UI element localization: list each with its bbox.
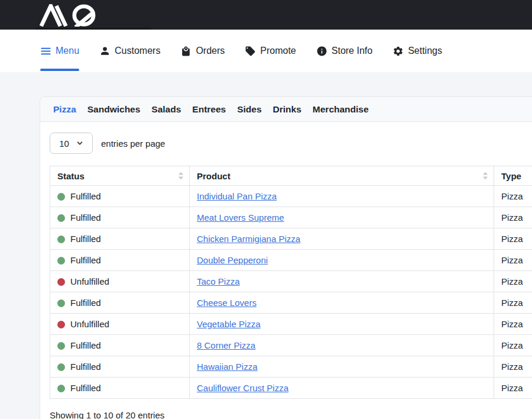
status-cell: Fulfilled — [50, 378, 190, 399]
status-label: Fulfilled — [70, 212, 101, 223]
type-cell: Pizza — [494, 314, 532, 335]
tab-pizza[interactable]: Pizza — [53, 104, 76, 115]
product-link[interactable]: Hawaiian Pizza — [197, 362, 258, 372]
product-link[interactable]: 8 Corner Pizza — [197, 340, 255, 350]
table-row: Fulfilled 8 Corner Pizza Pizza — [50, 335, 532, 356]
info-icon — [316, 46, 327, 57]
column-header-label: Status — [57, 171, 85, 181]
tab-entrees[interactable]: Entrees — [192, 104, 226, 115]
type-cell: Pizza — [494, 335, 532, 356]
nav-item-store-info[interactable]: Store Info — [316, 30, 372, 72]
tab-salads[interactable]: Salads — [151, 104, 181, 115]
status-label: Unfulfilled — [70, 276, 109, 286]
type-cell: Pizza — [494, 292, 532, 314]
type-text: Pizza — [501, 383, 523, 393]
status-cell: Fulfilled — [50, 356, 190, 378]
gear-icon — [392, 46, 404, 57]
product-link[interactable]: Cauliflower Crust Pizza — [197, 383, 288, 393]
column-header-type[interactable]: Type — [494, 166, 532, 186]
status-label: Fulfilled — [70, 255, 101, 265]
product-link[interactable]: Double Pepperoni — [197, 255, 268, 265]
nav-item-menu[interactable]: Menu — [40, 30, 79, 72]
shopping-bag-icon — [180, 46, 192, 57]
person-icon — [99, 46, 111, 57]
product-cell: Meat Lovers Supreme — [190, 207, 494, 228]
nav-item-customers[interactable]: Customers — [99, 30, 160, 72]
status-label: Fulfilled — [70, 362, 101, 372]
entries-per-page-row: 10 entries per page — [50, 133, 532, 154]
aiq-logo-icon — [38, 4, 105, 27]
tab-sides[interactable]: Sides — [237, 104, 261, 115]
card-body: 10 entries per page Status Product — [40, 122, 532, 419]
type-cell: Pizza — [494, 271, 532, 292]
column-header-label: Type — [501, 171, 521, 181]
type-cell: Pizza — [494, 250, 532, 271]
status-label: Fulfilled — [70, 234, 101, 244]
status-cell: Unfulfilled — [50, 271, 190, 292]
product-cell: Taco Pizza — [190, 271, 494, 292]
status-cell: Unfulfilled — [50, 314, 190, 335]
product-cell: Vegetable Pizza — [190, 314, 494, 335]
product-link[interactable]: Cheese Lovers — [197, 298, 257, 308]
type-text: Pizza — [501, 340, 523, 350]
status-cell: Fulfilled — [50, 207, 190, 228]
tab-merchandise[interactable]: Merchandise — [313, 104, 369, 115]
status-dot-icon — [57, 321, 65, 328]
product-cell: Individual Pan Pizza — [190, 186, 494, 207]
nav-item-promote[interactable]: Promote — [245, 30, 296, 72]
column-header-product[interactable]: Product — [190, 166, 494, 186]
table-row: Fulfilled Meat Lovers Supreme Pizza — [50, 207, 532, 228]
type-text: Pizza — [501, 298, 523, 308]
table-row: Fulfilled Individual Pan Pizza Pizza — [50, 186, 532, 207]
type-cell: Pizza — [494, 356, 532, 378]
status-dot-icon — [57, 385, 65, 392]
nav-item-orders[interactable]: Orders — [180, 30, 225, 72]
product-link[interactable]: Vegetable Pizza — [197, 319, 261, 329]
status-dot-icon — [57, 363, 65, 371]
nav-item-label: Promote — [260, 46, 296, 56]
product-cell: Chicken Parmigiana Pizza — [190, 228, 494, 250]
type-text: Pizza — [501, 319, 523, 329]
status-dot-icon — [57, 342, 65, 350]
product-link[interactable]: Meat Lovers Supreme — [197, 212, 284, 223]
status-cell: Fulfilled — [50, 228, 190, 250]
primary-nav: Menu Customers Orders Promote Store Info… — [0, 30, 532, 72]
chevron-down-icon — [76, 140, 83, 147]
status-label: Fulfilled — [70, 383, 101, 393]
tab-sandwiches[interactable]: Sandwiches — [87, 104, 141, 115]
column-header-label: Product — [197, 171, 231, 181]
type-cell: Pizza — [494, 228, 532, 250]
nav-item-settings[interactable]: Settings — [392, 30, 442, 72]
status-dot-icon — [57, 257, 65, 265]
tag-icon — [245, 46, 256, 57]
nav-item-label: Orders — [196, 46, 225, 56]
type-text: Pizza — [501, 362, 523, 372]
table-row: Fulfilled Cheese Lovers Pizza — [50, 292, 532, 314]
entries-per-page-value: 10 — [59, 138, 69, 149]
type-text: Pizza — [501, 191, 523, 201]
status-cell: Fulfilled — [50, 250, 190, 271]
top-app-bar — [0, 0, 532, 30]
column-header-status[interactable]: Status — [50, 166, 190, 186]
status-dot-icon — [57, 236, 65, 243]
entries-per-page-select[interactable]: 10 — [50, 133, 93, 154]
product-cell: Cauliflower Crust Pizza — [190, 378, 494, 399]
type-cell: Pizza — [494, 186, 532, 207]
product-cell: Double Pepperoni — [190, 250, 494, 271]
table-row: Fulfilled Double Pepperoni Pizza — [50, 250, 532, 271]
product-link[interactable]: Taco Pizza — [197, 276, 240, 286]
entries-per-page-label: entries per page — [101, 138, 165, 149]
status-cell: Fulfilled — [50, 292, 190, 314]
product-cell: Cheese Lovers — [190, 292, 494, 314]
menu-card: Pizza Sandwiches Salads Entrees Sides Dr… — [40, 96, 532, 419]
sort-icon[interactable] — [483, 172, 488, 180]
table-row: Fulfilled Chicken Parmigiana Pizza Pizza — [50, 228, 532, 250]
product-link[interactable]: Chicken Parmigiana Pizza — [197, 234, 300, 244]
product-link[interactable]: Individual Pan Pizza — [197, 191, 277, 201]
tab-drinks[interactable]: Drinks — [273, 104, 301, 115]
type-text: Pizza — [501, 255, 523, 265]
sort-icon[interactable] — [179, 172, 183, 180]
table-row: Unfulfilled Taco Pizza Pizza — [50, 271, 532, 292]
active-nav-underline — [40, 69, 79, 71]
table-header-row: Status Product Type — [50, 166, 532, 186]
